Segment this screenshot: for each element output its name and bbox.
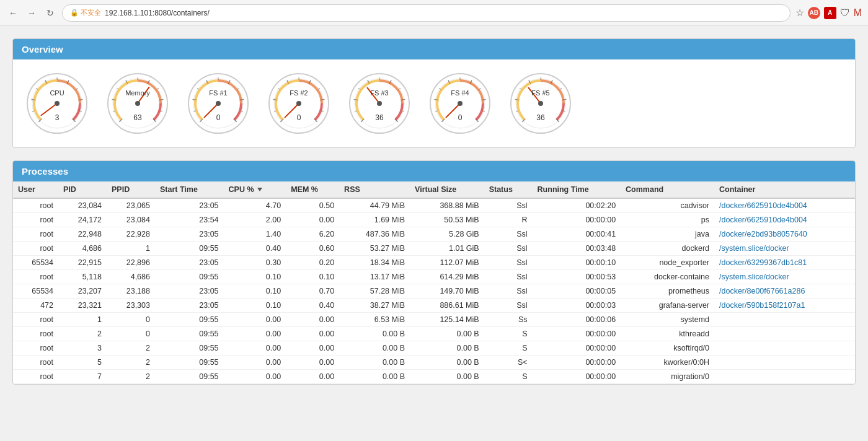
table-cell: 0.30 <box>224 256 286 270</box>
table-cell: 23:05 <box>155 299 224 313</box>
table-cell: root <box>13 227 58 242</box>
table-cell: Ssl <box>484 198 533 213</box>
gauge-fs-3: FS #336 <box>345 69 414 138</box>
container-link[interactable]: /system.slice/docker <box>719 244 789 253</box>
col-status: Status <box>484 181 533 198</box>
container-link[interactable]: /docker/63299367db1c81 <box>719 258 807 267</box>
table-cell[interactable]: /docker/6625910de4b004 <box>714 198 855 213</box>
adblock-icon[interactable]: AB <box>808 7 820 19</box>
col-ppid: PPID <box>107 181 155 198</box>
processes-panel: Processes User PID PPID Start Time CPU % <box>12 160 856 385</box>
table-row: 6553422,91522,89623:050.300.2018.34 MiB1… <box>13 256 855 270</box>
svg-text:FS #3: FS #3 <box>370 89 388 97</box>
table-cell[interactable]: /docker/8e00f67661a286 <box>714 284 855 299</box>
table-cell[interactable]: /system.slice/docker <box>714 242 855 256</box>
forward-button[interactable]: → <box>25 6 38 20</box>
table-cell: 0.00 <box>286 356 339 370</box>
table-cell: 38.27 MiB <box>339 299 410 313</box>
url-bar[interactable]: 🔒 不安全 192.168.1.101:8080/containers/ <box>62 4 790 22</box>
url-text: 192.168.1.101:8080/containers/ <box>105 9 210 17</box>
table-cell: 22,896 <box>107 256 155 270</box>
container-link[interactable]: /system.slice/docker <box>719 273 789 281</box>
container-link[interactable]: /docker/e2bd93b8057640 <box>719 230 807 238</box>
table-cell: 0.00 B <box>410 341 484 356</box>
table-cell: 0.00 B <box>410 327 484 341</box>
table-cell: 1.69 MiB <box>339 213 410 227</box>
table-cell: root <box>13 242 58 256</box>
table-cell: 23:05 <box>155 227 224 242</box>
svg-point-99 <box>458 101 463 106</box>
table-cell: 0.00 <box>286 370 339 384</box>
table-cell: 23:54 <box>155 213 224 227</box>
table-cell: 0.00 B <box>410 370 484 384</box>
table-cell: Ssl <box>484 256 533 270</box>
table-cell: 23:05 <box>155 198 224 213</box>
overview-header: Overview <box>13 39 855 59</box>
browser-chrome: ← → ↻ 🔒 不安全 192.168.1.101:8080/container… <box>0 0 868 26</box>
table-cell: 0.00 <box>224 370 286 384</box>
processes-body: User PID PPID Start Time CPU % MEM % RSS <box>13 181 855 384</box>
table-cell: 0.50 <box>286 198 339 213</box>
table-cell: 53.27 MiB <box>339 242 410 256</box>
gauge-fs-4: FS #40 <box>426 69 494 138</box>
gauge-memory: Memory63 <box>104 69 172 138</box>
table-cell: kworker/0:0H <box>621 356 714 370</box>
table-cell: 0.70 <box>286 284 339 299</box>
table-cell: 0.00 <box>286 213 339 227</box>
page-content: Overview CPU3Memory63FS #10FS #20FS #336… <box>0 26 868 409</box>
table-cell: 0.00 <box>286 327 339 341</box>
container-link[interactable]: /docker/590b158f2107a1 <box>719 301 805 310</box>
table-cell: root <box>13 313 58 327</box>
table-cell: 09:55 <box>155 242 224 256</box>
table-cell: 0.00 B <box>339 327 410 341</box>
table-cell[interactable]: /docker/590b158f2107a1 <box>714 299 855 313</box>
table-cell: 886.61 MiB <box>410 299 484 313</box>
table-cell[interactable]: /system.slice/docker <box>714 270 855 284</box>
svg-point-31 <box>135 101 140 106</box>
gauge-cpu: CPU3 <box>23 69 91 138</box>
container-link[interactable]: /docker/6625910de4b004 <box>719 201 807 210</box>
table-cell: 00:00:00 <box>533 356 621 370</box>
table-cell: 0.00 <box>286 313 339 327</box>
acrobat-icon[interactable]: A <box>824 7 836 19</box>
table-cell: S <box>484 327 533 341</box>
table-cell[interactable]: /docker/e2bd93b8057640 <box>714 227 855 242</box>
refresh-button[interactable]: ↻ <box>43 6 57 20</box>
table-cell: 614.29 MiB <box>410 270 484 284</box>
security-icon: 🔒 不安全 <box>70 8 101 17</box>
table-cell: 0.60 <box>286 242 339 256</box>
table-row: root1009:550.000.006.53 MiB125.14 MiBSs0… <box>13 313 855 327</box>
gmail-icon[interactable]: M <box>854 7 862 19</box>
table-cell: 00:03:48 <box>533 242 621 256</box>
table-cell: root <box>13 370 58 384</box>
table-cell: cadvisor <box>621 198 714 213</box>
table-cell: 00:00:00 <box>533 213 621 227</box>
table-cell[interactable]: /docker/6625910de4b004 <box>714 213 855 227</box>
table-cell: 23,084 <box>58 198 107 213</box>
col-cpu[interactable]: CPU % <box>224 181 286 198</box>
table-row: 47223,32123,30323:050.100.4038.27 MiB886… <box>13 299 855 313</box>
container-link[interactable]: /docker/6625910de4b004 <box>719 216 807 224</box>
table-cell: root <box>13 270 58 284</box>
svg-text:FS #5: FS #5 <box>531 89 549 97</box>
table-cell <box>714 313 855 327</box>
star-icon[interactable]: ☆ <box>795 7 804 19</box>
table-cell: 00:00:00 <box>533 370 621 384</box>
table-cell: 4,686 <box>107 270 155 284</box>
table-cell: 22,948 <box>58 227 107 242</box>
table-cell: 00:00:03 <box>533 299 621 313</box>
back-button[interactable]: ← <box>6 6 20 20</box>
table-cell: 4,686 <box>58 242 107 256</box>
table-cell: 6.53 MiB <box>339 313 410 327</box>
gauge-fs-5: FS #536 <box>507 69 575 138</box>
table-cell[interactable]: /docker/63299367db1c81 <box>714 256 855 270</box>
table-row: root5209:550.000.000.00 B0.00 BS<00:00:0… <box>13 356 855 370</box>
table-cell: 0.10 <box>224 270 286 284</box>
svg-point-65 <box>296 101 301 106</box>
shield-icon[interactable]: 🛡 <box>840 7 850 19</box>
overview-title: Overview <box>22 44 63 55</box>
svg-text:0: 0 <box>297 113 301 122</box>
table-cell: 09:55 <box>155 313 224 327</box>
gauge-fs-1: FS #10 <box>184 69 252 138</box>
container-link[interactable]: /docker/8e00f67661a286 <box>719 287 805 295</box>
